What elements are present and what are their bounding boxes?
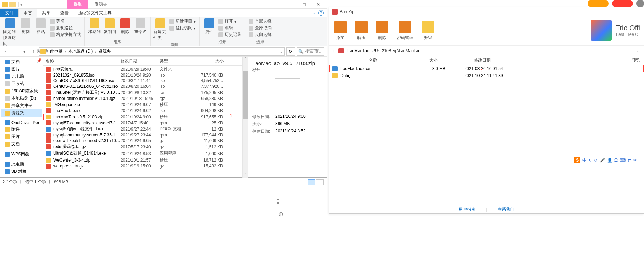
tree-item-share[interactable]: 共享文件夹 <box>1 102 42 109</box>
paste-shortcut-button[interactable]: 粘贴快捷方式 <box>50 32 81 38</box>
bz-path-dropdown[interactable]: ⌄ <box>637 48 640 53</box>
bz-col-preview[interactable]: 预览 <box>514 57 644 63</box>
tree-item-pictures2[interactable]: 图片 <box>1 133 42 140</box>
icons-view-button[interactable] <box>316 179 324 185</box>
new-item-button[interactable]: 新建项目▾ <box>169 18 196 24</box>
crumb-drive[interactable]: 本地磁盘 (D:) <box>67 48 94 54</box>
select-all-button[interactable]: 全部选择 <box>249 18 272 24</box>
tree-item-local-d[interactable]: 本地磁盘 (D:) <box>1 95 42 102</box>
ime-person-button[interactable]: 👤 <box>607 158 612 163</box>
file-row[interactable]: LaoMaoTao_v9.5_2103.zip 2021/10/24 9:00 … <box>43 114 242 120</box>
copy-path-button[interactable]: 复制路径 <box>50 25 81 31</box>
bz-path-text[interactable]: LaoMaoTao_v9.5_2103.zip\LaoMaoTao <box>347 48 420 53</box>
navigation-tree[interactable]: 📌 文档 图片 此电脑 回收站 190742陈家庆 本地磁盘 (D:) 共享文件… <box>0 57 43 178</box>
tree-item-wps[interactable]: WPS网盘 <box>1 150 42 158</box>
new-folder-button[interactable]: 新建文件夹 <box>153 18 168 41</box>
bz-delete-button[interactable]: 删除 <box>376 21 388 41</box>
bz-up-button[interactable]: ↑ <box>333 48 335 53</box>
bz-file-list[interactable]: LaoMaoTao.exe 3.0 MB 2021-03-26 16:01:54… <box>329 65 644 79</box>
paste-button[interactable]: 粘贴 <box>33 18 48 36</box>
move-to-button[interactable]: 移动到 <box>87 18 102 36</box>
chevron-icon[interactable]: › <box>95 49 96 54</box>
file-row[interactable]: wordpress.tar.gz 2021/9/19 15:00 gz 15,4… <box>43 163 242 169</box>
bz-extract-button[interactable]: 解压 <box>355 21 368 41</box>
tree-item-recycle[interactable]: 回收站 <box>1 80 42 87</box>
view-tab[interactable]: 查看 <box>55 9 73 17</box>
tree-item-this-pc[interactable]: 此电脑 <box>1 73 42 80</box>
easy-access-button[interactable]: 轻松访问▾ <box>169 25 196 31</box>
file-row[interactable]: FinalShell(远程连接工具) V3.0.10 官方... 2020/10… <box>43 89 242 96</box>
copy-to-button[interactable]: 复制到 <box>102 18 118 36</box>
bz-add-button[interactable]: 添加 <box>334 21 347 41</box>
properties-button[interactable]: 属性 <box>202 18 217 36</box>
tree-item-attachments[interactable]: 附件 <box>1 126 42 133</box>
select-none-button[interactable]: 全部取消 <box>249 25 272 31</box>
bz-file-row[interactable]: LaoMaoTao.exe 3.0 MB 2021-03-26 16:01:54 <box>329 65 644 72</box>
column-headers[interactable]: 名称 修改日期 类型 大小 <box>43 57 242 66</box>
file-row[interactable]: CentOS-8.1.1911-x86_64-dvd1.iso 2020/8/2… <box>43 84 242 89</box>
up-button[interactable]: ↑ <box>30 48 37 55</box>
bz-col-date[interactable]: 修改日期 <box>451 57 514 63</box>
back-button[interactable]: ← <box>2 48 10 55</box>
ime-link-button[interactable]: ⇄ <box>628 158 631 163</box>
delete-button[interactable]: 删除 <box>118 18 133 36</box>
rename-button[interactable]: 重命名 <box>133 18 148 36</box>
file-row[interactable]: 20211024_091855.iso 2021/10/24 9:20 iso … <box>43 72 242 78</box>
minimize-button[interactable]: — <box>283 0 297 9</box>
file-row[interactable]: IMGxiepan.zip 2021/10/24 9:07 秒压 149 KB <box>43 101 242 108</box>
address-dropdown[interactable]: ⌄ <box>280 49 283 54</box>
bz-upgrade-button[interactable]: 升级 <box>422 21 434 41</box>
file-row[interactable]: harbor-offline-installer-v1.10.1.tgz 202… <box>43 96 242 101</box>
tree-item-this-pc2[interactable]: 此电脑 <box>1 161 42 168</box>
sogou-logo-icon[interactable]: S <box>574 157 580 163</box>
col-size[interactable]: 大小 <box>196 58 224 64</box>
open-button[interactable]: 打开▾ <box>218 18 241 24</box>
ime-mic-button[interactable]: 🎤 <box>600 158 605 163</box>
help-icon[interactable]: ? <box>318 10 324 16</box>
ribbon-chevron[interactable]: ⌄ <box>312 10 315 15</box>
home-tab[interactable]: 主页 <box>18 9 37 17</box>
tree-item-documents2[interactable]: 文档 <box>1 140 42 148</box>
tree-item-folder[interactable]: 190742陈家庆 <box>1 87 42 95</box>
bz-user-guide-link[interactable]: 用户指南 <box>459 206 475 212</box>
ime-face-button[interactable]: ☺ <box>594 158 598 163</box>
recent-button[interactable]: ▾ <box>21 48 28 55</box>
bz-col-name[interactable]: 名称 <box>329 57 416 63</box>
history-button[interactable]: 历史记录 <box>218 32 241 38</box>
invert-selection-button[interactable]: 反向选择 <box>249 32 272 38</box>
file-row[interactable]: UltraISO软碟通_014614.exe 2021/10/24 8:53 应… <box>43 150 242 157</box>
col-name[interactable]: 名称 <box>46 58 121 64</box>
col-type[interactable]: 类型 <box>160 58 196 64</box>
search-input[interactable]: 🔍 搜索"资... <box>297 47 324 56</box>
copy-button[interactable]: 复制 <box>18 18 33 36</box>
pin-icon[interactable]: 📌 <box>37 58 42 63</box>
tree-item-onedrive[interactable]: OneDrive - Per <box>1 119 42 126</box>
file-row[interactable]: CentOS-7-x86_64-DVD-1908.iso 2020/3/17 1… <box>43 78 242 84</box>
chevron-icon[interactable]: › <box>47 49 48 54</box>
extract-context-tab[interactable]: 提取 <box>67 0 88 9</box>
qat-dropdown[interactable]: ▾ <box>20 2 22 7</box>
tree-item-3d[interactable]: 3D 对象 <box>1 168 42 175</box>
ime-punct-button[interactable]: •, <box>589 158 591 163</box>
close-button[interactable]: ✕ <box>311 0 325 9</box>
details-view-button[interactable] <box>308 179 315 185</box>
file-tab[interactable]: 文件 <box>0 9 18 17</box>
file-row[interactable]: openwrt-koolshare-mod-v2.31-r1082... 202… <box>43 138 242 143</box>
compressed-tools-tab[interactable]: 压缩的文件夹工具 <box>73 9 116 17</box>
maximize-button[interactable]: □ <box>297 0 311 9</box>
share-tab[interactable]: 共享 <box>37 9 55 17</box>
tree-item-pictures[interactable]: 图片 <box>1 65 42 73</box>
refresh-button[interactable]: ⟳ <box>286 47 295 56</box>
pin-quickaccess-button[interactable]: 固定到快速访问 <box>2 18 18 47</box>
scrollbar[interactable]: ˄ ˅ <box>242 57 248 178</box>
ime-keyboard-button[interactable]: ⌨ <box>620 158 626 163</box>
file-row[interactable]: mysql57-community-release-el7-10.n... 20… <box>43 120 242 126</box>
edit-button[interactable]: 编辑 <box>218 25 241 31</box>
bz-col-size[interactable]: 大小 <box>416 57 451 63</box>
file-list[interactable]: 名称 修改日期 类型 大小 php安装包 2021/9/29 19:40 文件夹… <box>43 57 242 178</box>
file-row[interactable]: LaoMaoTao.iso 2021/10/24 9:02 iso 904,29… <box>43 108 242 114</box>
col-date[interactable]: 修改日期 <box>121 58 160 64</box>
file-row[interactable]: mysql-community-server-5.7.35-1.el7... 2… <box>43 132 242 138</box>
crumb-folder[interactable]: 资源夹 <box>97 48 112 54</box>
scrollbar-thumb[interactable] <box>243 71 248 119</box>
